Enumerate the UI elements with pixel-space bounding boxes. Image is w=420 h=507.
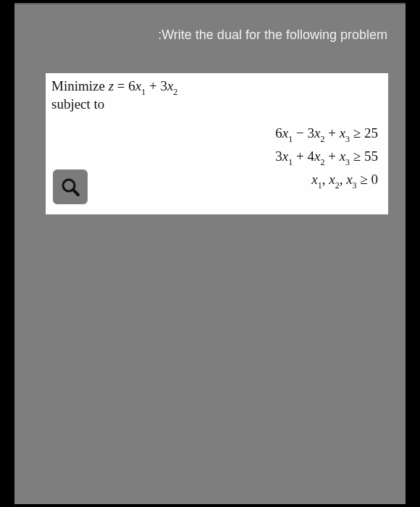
question-prompt: :Write the dual for the following proble… xyxy=(158,28,387,43)
problem-box: Minimize z = 6x1 + 3x2 subject to 6x1 − … xyxy=(45,73,388,214)
page-background: :Write the dual for the following proble… xyxy=(14,3,406,504)
zoom-button[interactable] xyxy=(53,169,88,204)
objective-line: Minimize z = 6x1 + 3x2 xyxy=(51,78,177,97)
objective-prefix: Minimize xyxy=(51,78,109,93)
constraint-line: 6x1 − 3x2 + x3 ≥ 25 xyxy=(275,122,378,146)
objective-expression: z = 6x1 + 3x2 xyxy=(109,78,178,93)
constraints-block: 6x1 − 3x2 + x3 ≥ 25 3x1 + 4x2 + x3 ≥ 55 … xyxy=(275,122,378,192)
subject-to-label: subject to xyxy=(51,96,104,112)
constraint-line: x1, x2, x3 ≥ 0 xyxy=(275,169,378,192)
constraint-line: 3x1 + 4x2 + x3 ≥ 55 xyxy=(275,146,378,169)
magnifier-icon xyxy=(60,177,80,197)
svg-line-1 xyxy=(73,190,78,195)
